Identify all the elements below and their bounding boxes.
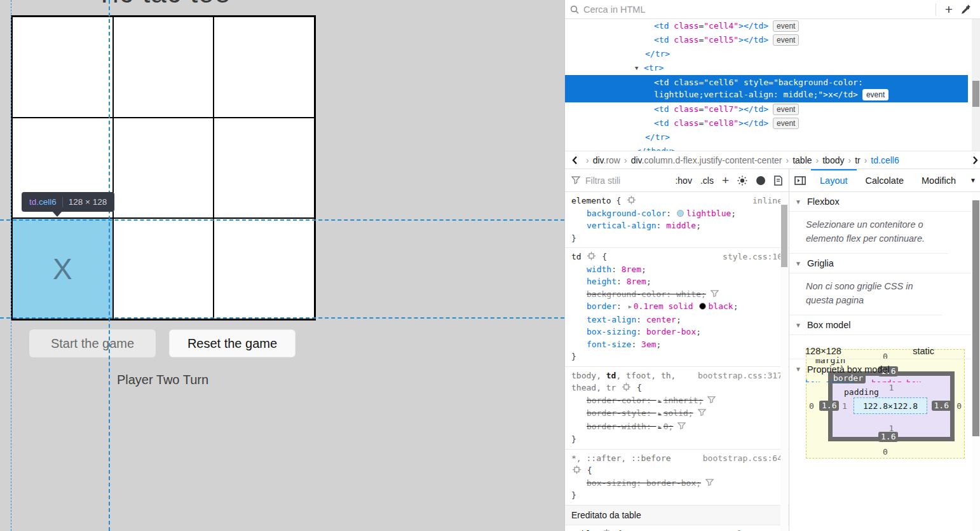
border-bottom-value[interactable]: 1.6: [878, 432, 898, 442]
filter-icon[interactable]: [677, 422, 686, 430]
breadcrumb-scroll-left-icon[interactable]: [571, 156, 578, 165]
css-rule[interactable]: bootstrap.css:64*, ::after, ::before {bo…: [565, 450, 789, 506]
tab-computed[interactable]: Calcolate: [857, 169, 913, 192]
boxmodel-properties-header[interactable]: ▼ Proprietà box model: [789, 359, 980, 379]
css-rule[interactable]: style.css:20table {: [565, 525, 789, 531]
filter-icon[interactable]: [707, 396, 716, 404]
html-search-bar[interactable]: Cerca in HTML +: [565, 0, 980, 19]
highlight-selector-icon[interactable]: [627, 196, 636, 204]
board-cell[interactable]: [214, 118, 315, 219]
tab-changes[interactable]: Modifich: [913, 169, 957, 192]
css-declaration[interactable]: border-color: ▶inherit;: [571, 394, 782, 408]
board-cell[interactable]: [113, 118, 214, 219]
start-game-button[interactable]: Start the game: [29, 329, 156, 357]
event-badge[interactable]: event: [773, 118, 799, 129]
board-cell[interactable]: [113, 17, 214, 118]
color-swatch[interactable]: [699, 303, 706, 310]
inspector-row[interactable]: </tr>: [565, 47, 968, 61]
margin-right-value[interactable]: 0: [956, 401, 962, 411]
panel-menu-icon[interactable]: ▼: [970, 177, 976, 184]
breadcrumb-item[interactable]: td.cell6: [871, 155, 899, 165]
board-cell[interactable]: [214, 218, 315, 319]
css-declaration[interactable]: text-align: center;: [571, 314, 782, 326]
inspector-row[interactable]: <td class="cell5"></td>event: [565, 33, 968, 47]
expander-icon[interactable]: ▼: [635, 61, 644, 75]
css-rule[interactable]: inlineelemento { background-color: light…: [565, 192, 789, 248]
create-node-button[interactable]: +: [941, 3, 956, 16]
light-theme-icon[interactable]: [737, 176, 747, 186]
breadcrumb-item[interactable]: div.row: [593, 155, 620, 165]
stylesheet-link[interactable]: bootstrap.css:64: [703, 452, 782, 465]
css-declaration[interactable]: font-size: 3em;: [571, 338, 782, 351]
highlight-selector-icon[interactable]: [602, 529, 611, 531]
boxmodel-content-box[interactable]: 122.8×122.8: [854, 397, 927, 414]
flexbox-section-header[interactable]: ▼ Flexbox: [789, 192, 980, 212]
margin-bottom-value[interactable]: 0: [806, 447, 964, 457]
filter-icon[interactable]: [705, 479, 714, 486]
css-rule[interactable]: style.css:10td {width: 8rem;height: 8rem…: [565, 248, 789, 367]
css-declaration[interactable]: width: 8rem;: [571, 263, 782, 276]
rules-scrollbar[interactable]: [780, 192, 788, 531]
css-declaration[interactable]: border-width: ▶0;: [571, 420, 782, 434]
highlight-selector-icon[interactable]: [573, 465, 581, 474]
pseudo-class-button[interactable]: :hov: [675, 176, 691, 186]
color-swatch[interactable]: [677, 210, 684, 217]
filter-icon[interactable]: [698, 409, 706, 417]
event-badge[interactable]: event: [773, 34, 799, 46]
eyedropper-icon[interactable]: [956, 4, 975, 15]
add-rule-button[interactable]: +: [722, 174, 729, 188]
inspector-row[interactable]: <td class="cell4"></td>event: [565, 19, 968, 33]
css-declaration[interactable]: background-color: lightblue;: [571, 207, 782, 220]
board-cell[interactable]: [214, 17, 315, 118]
stylesheet-link[interactable]: bootstrap.css:317: [698, 369, 782, 382]
scrollbar-thumb[interactable]: [972, 200, 979, 436]
event-badge[interactable]: event: [773, 20, 799, 32]
padding-top-value[interactable]: 1: [833, 383, 950, 392]
expand-panel-icon[interactable]: [789, 176, 811, 185]
css-rule[interactable]: bootstrap.css:317tbody, td, tfoot, th,th…: [565, 367, 789, 450]
css-declaration[interactable]: border-style: ▶solid;: [571, 407, 782, 420]
margin-left-value[interactable]: 0: [809, 401, 814, 411]
boxmodel-section-header[interactable]: ▼ Box model: [789, 315, 980, 335]
breadcrumb-item[interactable]: tr: [855, 155, 861, 165]
padding-left-value[interactable]: 1: [842, 401, 847, 411]
print-simulation-icon[interactable]: [756, 176, 766, 186]
event-badge[interactable]: event: [862, 89, 888, 100]
css-declaration[interactable]: box-sizing: border-box;: [571, 477, 782, 490]
highlight-selector-icon[interactable]: [587, 252, 595, 260]
breadcrumb-item[interactable]: div.column.d-flex.justify-content-center: [631, 155, 782, 165]
filter-styles-placeholder[interactable]: Filtra stili: [585, 176, 667, 186]
scrollbar-thumb[interactable]: [781, 205, 787, 267]
reset-game-button[interactable]: Reset the game: [169, 329, 296, 357]
css-declaration[interactable]: box-sizing: border-box;: [571, 326, 782, 338]
css-declaration[interactable]: background-color: white;: [571, 288, 782, 301]
inspector-row[interactable]: </tbody>: [565, 144, 968, 151]
inspector-row[interactable]: </tr>: [565, 130, 968, 144]
inspector-scrollbar[interactable]: [972, 19, 980, 151]
stylesheet-link[interactable]: style.css:10: [723, 251, 782, 263]
stylesheet-link[interactable]: style.css:20: [723, 528, 782, 531]
tab-layout[interactable]: Layout: [811, 169, 857, 192]
css-declaration[interactable]: border: ▶0.1rem solid black;: [571, 300, 782, 314]
board-cell[interactable]: [113, 218, 214, 319]
grid-section-header[interactable]: ▼ Griglia: [789, 254, 980, 273]
border-right-value[interactable]: 1.6: [932, 401, 951, 411]
css-declaration[interactable]: height: 8rem;: [571, 275, 782, 288]
breadcrumb-item[interactable]: tbody: [822, 155, 844, 165]
board-cell-highlighted[interactable]: X: [12, 218, 113, 319]
inspector-row[interactable]: <td class="cell6" style="background-colo…: [565, 75, 968, 102]
layout-scrollbar[interactable]: [972, 192, 980, 531]
border-left-value[interactable]: 1.6: [819, 401, 839, 411]
stylesheet-link[interactable]: inline: [752, 195, 782, 207]
css-declaration[interactable]: vertical-align: middle;: [571, 219, 782, 232]
breadcrumb-item[interactable]: table: [793, 155, 812, 165]
breadcrumb-scroll-right-icon[interactable]: [972, 156, 979, 165]
highlight-selector-icon[interactable]: [622, 383, 630, 391]
class-toggle-button[interactable]: .cls: [700, 176, 714, 186]
scrollbar-thumb[interactable]: [972, 81, 979, 107]
event-badge[interactable]: event: [773, 104, 799, 115]
inspector-row[interactable]: <td class="cell7"></td>event: [565, 102, 968, 116]
board-cell[interactable]: [12, 17, 113, 118]
filter-icon[interactable]: [711, 290, 719, 298]
inspector-row[interactable]: <td class="cell8"></td>event: [565, 116, 968, 130]
